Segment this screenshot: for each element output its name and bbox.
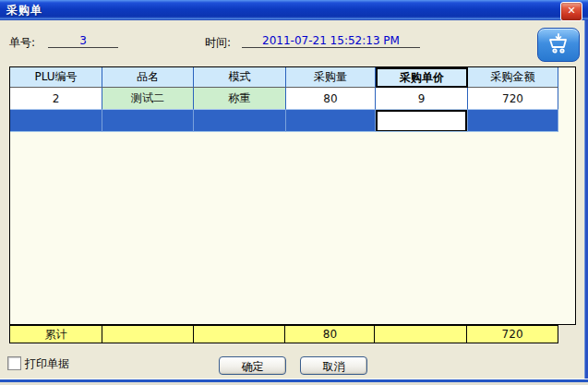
totals-empty-mode [194, 326, 286, 343]
add-item-button[interactable] [537, 28, 580, 62]
cell-qty-empty[interactable] [286, 110, 376, 132]
order-no-label: 单号: [9, 35, 35, 51]
cart-icon [546, 32, 570, 58]
print-receipt-checkbox[interactable] [7, 356, 21, 370]
column-header-unit-price[interactable]: 采购单价 [376, 67, 468, 88]
window-right-border [584, 18, 588, 385]
totals-amount: 720 [467, 326, 558, 343]
cell-qty[interactable]: 80 [286, 88, 376, 110]
order-no-value[interactable]: 3 [48, 34, 118, 48]
window-title: 采购单 [6, 3, 42, 18]
cancel-button[interactable]: 取消 [300, 356, 367, 375]
unit-price-input[interactable] [376, 110, 467, 132]
window-bottom-border [0, 379, 588, 385]
column-header-name[interactable]: 品名 [102, 67, 194, 88]
ok-button[interactable]: 确定 [219, 356, 286, 375]
close-button[interactable]: ✕ [560, 2, 582, 21]
close-icon: ✕ [567, 5, 575, 17]
column-header-amount[interactable]: 采购金额 [468, 67, 558, 88]
print-receipt-label: 打印单据 [25, 356, 69, 372]
column-header-qty[interactable]: 采购量 [286, 67, 376, 88]
table-row-selected[interactable] [10, 110, 558, 132]
table-header-row: PLU编号 品名 模式 采购量 采购单价 采购金额 [10, 67, 558, 88]
cell-amount[interactable]: 720 [468, 88, 558, 110]
column-header-mode[interactable]: 模式 [194, 67, 286, 88]
cell-name-empty[interactable] [102, 110, 194, 132]
cell-amount-empty[interactable] [468, 110, 558, 132]
time-label: 时间: [205, 35, 231, 51]
totals-row: 累计 80 720 [9, 325, 558, 343]
table-row: 2 测试二 称重 80 9 720 [10, 88, 558, 110]
time-value[interactable]: 2011-07-21 15:52:13 PM [242, 34, 420, 48]
cell-unit-price[interactable]: 9 [376, 88, 468, 110]
cell-mode-empty[interactable] [194, 110, 286, 132]
totals-empty-name [102, 326, 194, 343]
items-table: PLU编号 品名 模式 采购量 采购单价 采购金额 2 测试二 称重 80 9 … [9, 66, 576, 325]
column-header-plu[interactable]: PLU编号 [10, 67, 102, 88]
cell-plu-empty[interactable] [10, 110, 102, 132]
cell-plu[interactable]: 2 [10, 88, 102, 110]
cell-name[interactable]: 测试二 [102, 88, 194, 110]
cell-unit-price-editing[interactable] [376, 110, 468, 132]
totals-empty-price [375, 326, 467, 343]
purchase-order-dialog: 采购单 ✕ 单号: 3 时间: 2011-07-21 15:52:13 PM P… [0, 0, 588, 385]
title-bar[interactable]: 采购单 ✕ [0, 0, 588, 20]
totals-qty: 80 [285, 326, 375, 343]
totals-label: 累计 [10, 326, 102, 343]
cell-mode[interactable]: 称重 [194, 88, 286, 110]
